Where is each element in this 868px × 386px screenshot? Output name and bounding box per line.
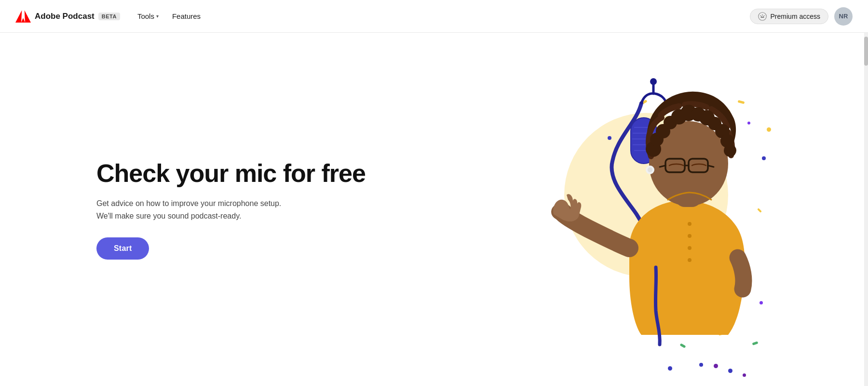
avatar-initials: NR: [839, 13, 848, 20]
svg-point-0: [758, 12, 766, 20]
svg-point-38: [648, 167, 652, 172]
premium-button-label: Premium access: [771, 13, 820, 20]
chevron-down-icon: ▾: [156, 14, 159, 19]
main-nav: Tools ▾ Features: [132, 9, 206, 23]
premium-access-button[interactable]: Premium access: [750, 9, 828, 24]
svg-point-14: [688, 234, 692, 238]
adobe-logo-icon: [15, 9, 31, 24]
start-button[interactable]: Start: [96, 237, 149, 260]
header-right: Premium access NR: [750, 7, 853, 26]
tools-label: Tools: [137, 12, 154, 20]
svg-point-5: [650, 78, 657, 85]
features-nav-item[interactable]: Features: [166, 9, 206, 23]
confetti-17: [743, 373, 746, 377]
logo-area[interactable]: Adobe Podcast BETA: [15, 9, 120, 24]
svg-point-15: [688, 246, 692, 250]
hero-title: Check your mic for free: [96, 159, 405, 188]
hero-illustration: [434, 33, 868, 386]
confetti-16: [714, 364, 718, 368]
illustration-container: [526, 65, 776, 354]
features-label: Features: [172, 12, 201, 20]
header-left: Adobe Podcast BETA Tools ▾ Features: [15, 9, 206, 24]
brand-name: Adobe Podcast: [35, 12, 95, 21]
confetti-12: [728, 369, 732, 373]
main-content: Check your mic for free Get advice on ho…: [0, 33, 868, 386]
person-mic-illustration: [526, 65, 776, 354]
svg-point-31: [724, 144, 736, 157]
scrollbar-thumb[interactable]: [864, 37, 868, 66]
svg-point-13: [688, 222, 692, 226]
beta-badge: BETA: [98, 13, 120, 20]
svg-point-3: [763, 15, 764, 16]
svg-point-2: [760, 15, 761, 16]
tools-nav-item[interactable]: Tools ▾: [132, 9, 164, 23]
svg-point-1: [761, 14, 762, 15]
app-header: Adobe Podcast BETA Tools ▾ Features: [0, 0, 868, 33]
hero-subtitle: Get advice on how to improve your microp…: [96, 197, 405, 222]
confetti-10: [668, 366, 672, 371]
premium-icon: [758, 12, 767, 21]
svg-point-16: [688, 258, 692, 262]
user-avatar-button[interactable]: NR: [834, 7, 853, 26]
hero-content: Check your mic for free Get advice on ho…: [0, 159, 434, 260]
confetti-11: [699, 363, 703, 367]
scrollbar[interactable]: [864, 33, 868, 386]
